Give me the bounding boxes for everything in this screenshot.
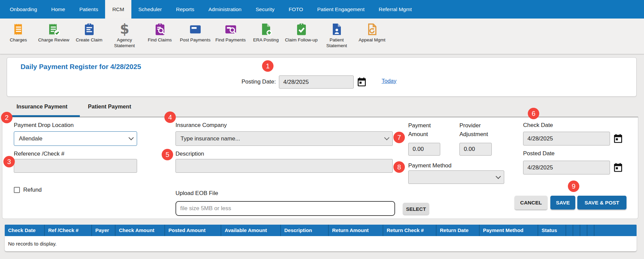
nav-item-home[interactable]: Home	[44, 0, 72, 19]
calendar-icon[interactable]	[613, 133, 623, 144]
column-header-payer[interactable]: Payer	[91, 225, 115, 236]
toolbar-agency-statement[interactable]: $ Agency Statement	[107, 23, 142, 54]
toolbar-appeal-mgmt[interactable]: Appeal Mgmt	[354, 23, 390, 54]
payments-grid: Check Date Ref /Check # Payer Check Amou…	[5, 225, 637, 251]
payment-amount-label: Payment Amount	[408, 121, 441, 139]
column-header-check-date[interactable]: Check Date	[5, 225, 44, 236]
insurance-company-label: Insurance Company	[175, 121, 227, 130]
reference-check-label: Reference /Check #	[14, 150, 64, 158]
upload-eob-input[interactable]	[175, 201, 395, 216]
nav-item-administration[interactable]: Administration	[201, 0, 249, 19]
toolbar-label: Charge Review	[38, 37, 69, 43]
clipboard-search-icon	[153, 23, 167, 36]
insurance-company-select[interactable]: Type insurance name...	[175, 131, 393, 146]
tab-insurance-payment[interactable]: Insurance Payment	[17, 103, 67, 110]
toolbar-label: Post Payments	[180, 37, 211, 43]
column-header-spacer	[566, 225, 573, 236]
toolbar-create-claim[interactable]: Create Claim	[71, 23, 107, 54]
refund-checkbox[interactable]	[14, 187, 20, 193]
receipt-check-icon	[47, 23, 61, 36]
posting-date-input[interactable]	[279, 75, 354, 89]
nav-item-scheduler[interactable]: Scheduler	[131, 0, 169, 19]
cancel-button[interactable]: CANCEL	[515, 196, 547, 209]
refund-label: Refund	[23, 186, 42, 194]
chevron-down-icon	[384, 135, 390, 140]
toolbar-label: Find Claims	[148, 37, 172, 43]
toolbar-label: Find Payments	[215, 37, 246, 43]
toolbar-post-payments[interactable]: Post Payments	[178, 23, 213, 54]
payment-method-select[interactable]	[408, 170, 504, 184]
toolbar-patient-statement[interactable]: Patient Statement	[319, 23, 354, 54]
file-plus-icon	[259, 23, 273, 36]
column-header-available-amount[interactable]: Available Amount	[221, 225, 280, 236]
save-and-post-button[interactable]: SAVE & POST	[577, 196, 626, 209]
select-file-button[interactable]: SELECT	[403, 203, 429, 215]
annotation-badge-3: 3	[3, 156, 15, 167]
annotation-badge-5: 5	[162, 149, 173, 160]
toolbar-find-claims[interactable]: Find Claims	[142, 23, 178, 54]
toolbar-find-payments[interactable]: Find Payments	[213, 23, 248, 54]
rcm-toolbar: Charges Charge Review Create Claim $ Age…	[0, 19, 644, 54]
provider-adjustment-input[interactable]	[459, 143, 492, 156]
today-link[interactable]: Today	[382, 78, 396, 84]
reference-check-input[interactable]	[14, 159, 137, 173]
description-input[interactable]	[175, 159, 393, 173]
toolbar-charge-review[interactable]: Charge Review	[36, 23, 71, 54]
annotation-badge-7: 7	[393, 132, 405, 143]
toolbar-label: Agency Statement	[107, 37, 142, 48]
toolbar-label: Create Claim	[76, 37, 102, 43]
annotation-badge-1: 1	[262, 60, 273, 72]
insurance-payment-form: Payment Drop Location Allendale Referenc…	[2, 117, 638, 219]
check-date-input[interactable]	[523, 132, 610, 145]
annotation-badge-9: 9	[568, 181, 579, 192]
nav-item-security[interactable]: Security	[249, 0, 282, 19]
refund-row: Refund	[14, 186, 42, 194]
chevron-down-icon	[129, 135, 134, 140]
dollar-icon: $	[118, 23, 131, 36]
nav-item-referral-mgmt[interactable]: Referral Mgmt	[372, 0, 419, 19]
column-header-return-amount[interactable]: Return Amount	[328, 225, 383, 236]
toolbar-label: Patient Statement	[319, 37, 354, 48]
upload-eob-label: Upload EOB File	[175, 189, 218, 198]
payment-method-label: Payment Method	[408, 161, 452, 170]
clipboard-icon	[83, 23, 96, 36]
column-header-description[interactable]: Description	[280, 225, 328, 236]
provider-adjustment-label: Provider Adjustment	[459, 121, 497, 139]
column-header-return-check[interactable]: Return Check #	[383, 225, 436, 236]
nav-item-onboarding[interactable]: Onboarding	[3, 0, 44, 19]
column-header-spacer	[580, 225, 587, 236]
nav-item-patients[interactable]: Patients	[72, 0, 105, 19]
annotation-badge-2: 2	[1, 112, 12, 123]
file-undo-icon	[365, 23, 379, 36]
calendar-icon[interactable]	[613, 162, 623, 173]
column-header-check-amount[interactable]: Check Amount	[115, 225, 164, 236]
nav-item-patient-engagement[interactable]: Patient Engagement	[310, 0, 372, 19]
payment-drop-location-label: Payment Drop Location	[14, 121, 74, 130]
credit-card-icon	[189, 23, 202, 36]
toolbar-label: Claim Follow-up	[285, 37, 318, 43]
grid-header-row: Check Date Ref /Check # Payer Check Amou…	[5, 225, 637, 236]
nav-item-foto[interactable]: FOTO	[282, 0, 310, 19]
page-title: Daily Payment Register for 4/28/2025	[21, 63, 141, 71]
column-header-posted-amount[interactable]: Posted Amount	[164, 225, 221, 236]
payment-drop-location-select[interactable]: Allendale	[14, 131, 137, 146]
toolbar-era-posting[interactable]: ERA Posting	[248, 23, 284, 54]
toolbar-charges[interactable]: Charges	[1, 23, 36, 54]
nav-item-rcm[interactable]: RCM	[105, 0, 131, 19]
column-header-spacer	[573, 225, 580, 236]
payment-amount-input[interactable]	[408, 143, 440, 156]
posted-date-input[interactable]	[523, 161, 610, 174]
toolbar-claim-followup[interactable]: Claim Follow-up	[284, 23, 319, 54]
save-button[interactable]: SAVE	[550, 196, 575, 209]
column-header-status[interactable]: Status	[538, 225, 566, 236]
annotation-badge-8: 8	[393, 161, 405, 173]
column-header-ref-check[interactable]: Ref /Check #	[44, 225, 91, 236]
chevron-down-icon	[496, 173, 501, 179]
column-header-return-date[interactable]: Return Date	[436, 225, 479, 236]
nav-item-reports[interactable]: Reports	[169, 0, 201, 19]
tab-patient-payment[interactable]: Patient Payment	[88, 103, 131, 110]
payment-drop-location-value: Allendale	[19, 135, 42, 142]
calendar-icon[interactable]	[356, 76, 367, 87]
clipboard-check-icon	[295, 23, 308, 36]
column-header-payment-method[interactable]: Payment Method	[479, 225, 538, 236]
